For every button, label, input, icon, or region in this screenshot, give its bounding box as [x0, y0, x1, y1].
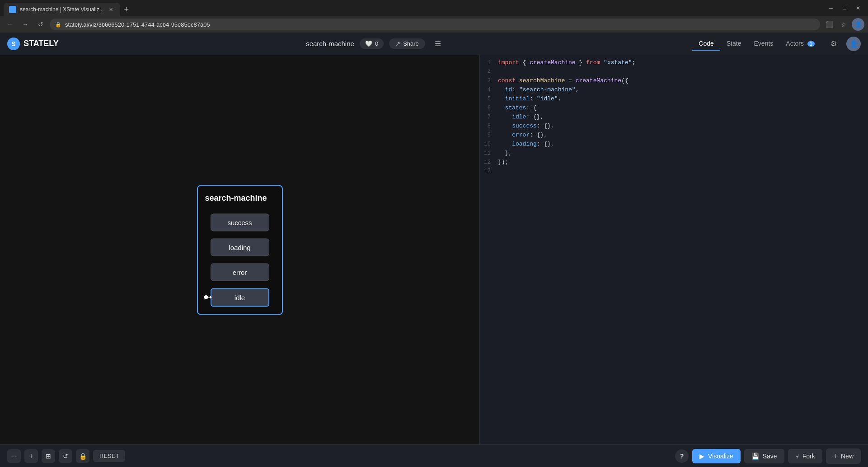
- svg-marker-2: [210, 296, 212, 299]
- code-line-2: 2: [480, 68, 868, 77]
- share-label: Share: [403, 40, 419, 47]
- code-editor[interactable]: 1 import { createMachine } from "xstate"…: [480, 55, 868, 444]
- code-line-11: 11 },: [480, 149, 868, 158]
- machine-name: search-machine: [306, 40, 354, 47]
- zoom-out-icon: −: [12, 452, 16, 460]
- save-button[interactable]: 💾 Save: [744, 449, 784, 463]
- tab-events[interactable]: Events: [747, 37, 779, 51]
- idle-row: idle: [211, 288, 269, 307]
- new-tab-button[interactable]: +: [120, 3, 133, 16]
- tab-actors[interactable]: Actors 1: [779, 37, 821, 51]
- initial-arrow-icon: [203, 292, 214, 303]
- maximize-button[interactable]: □: [838, 2, 851, 14]
- logo-text: STATELY: [23, 39, 59, 48]
- forward-button[interactable]: →: [19, 18, 32, 31]
- fork-label: Fork: [802, 453, 815, 460]
- reset-button[interactable]: RESET: [93, 450, 125, 462]
- state-loading[interactable]: loading: [211, 238, 269, 256]
- state-machine-title: search-machine: [205, 193, 275, 206]
- like-button[interactable]: 🤍 0: [360, 38, 384, 49]
- tab-favicon: [9, 6, 16, 13]
- diagram-container: search-machine success loading error: [197, 185, 283, 315]
- initial-indicator: [203, 292, 214, 303]
- tab-code[interactable]: Code: [692, 37, 720, 51]
- zoom-in-button[interactable]: +: [24, 449, 38, 463]
- tab-close-button[interactable]: ✕: [108, 6, 115, 13]
- new-label: New: [841, 453, 854, 460]
- code-line-3: 3 const searchMachine = createMachine({: [480, 77, 868, 86]
- lock-icon: 🔒: [79, 453, 87, 460]
- state-error[interactable]: error: [211, 263, 269, 281]
- states-list: success loading error: [205, 213, 275, 307]
- bookmark-button[interactable]: ☆: [837, 18, 850, 31]
- avatar[interactable]: 👤: [846, 37, 861, 51]
- profile-button[interactable]: 👤: [852, 18, 864, 31]
- ssl-lock-icon: 🔒: [55, 22, 61, 28]
- browser-tab[interactable]: search-machine | XState Visualiz... ✕: [4, 3, 120, 16]
- state-success[interactable]: success: [211, 213, 269, 231]
- fit-icon: ⊞: [46, 453, 51, 460]
- canvas-area: search-machine success loading error: [0, 55, 479, 444]
- zoom-in-icon: +: [29, 452, 33, 460]
- fit-button[interactable]: ⊞: [42, 449, 55, 463]
- code-line-7: 7 idle: {},: [480, 113, 868, 122]
- save-label: Save: [763, 453, 777, 460]
- settings-button[interactable]: ⚙: [826, 37, 841, 51]
- visualize-icon: ▶: [699, 453, 704, 460]
- code-line-5: 5 initial: "idle",: [480, 95, 868, 104]
- code-line-1: 1 import { createMachine } from "xstate"…: [480, 59, 868, 68]
- back-button[interactable]: ←: [4, 18, 16, 31]
- help-button[interactable]: ?: [675, 449, 689, 463]
- plus-icon: +: [833, 452, 837, 460]
- code-line-4: 4 id: "search-machine",: [480, 86, 868, 95]
- close-button[interactable]: ✕: [852, 2, 864, 14]
- bottom-toolbar: − + ⊞ ↺ 🔒 RESET ? ▶ Visualize 💾 Save: [0, 444, 868, 467]
- tab-state[interactable]: State: [720, 37, 748, 51]
- menu-button[interactable]: ☰: [431, 37, 445, 51]
- state-machine-box[interactable]: search-machine success loading error: [197, 185, 283, 315]
- zoom-out-button[interactable]: −: [7, 449, 21, 463]
- state-idle[interactable]: idle: [211, 288, 269, 307]
- code-panel: 1 import { createMachine } from "xstate"…: [479, 55, 868, 444]
- new-button[interactable]: + New: [826, 448, 861, 464]
- reload-button[interactable]: ↺: [34, 18, 47, 31]
- minimize-button[interactable]: ─: [825, 2, 837, 14]
- url-text: stately.ai/viz/3b666520-1751-4744-acb4-9…: [65, 21, 210, 28]
- share-button[interactable]: ↗ Share: [389, 38, 425, 49]
- fork-icon: ⑂: [795, 453, 799, 460]
- logo[interactable]: S STATELY: [7, 38, 59, 50]
- code-line-6: 6 states: {: [480, 104, 868, 113]
- refresh-button[interactable]: ↺: [59, 449, 72, 463]
- code-line-8: 8 success: {},: [480, 122, 868, 131]
- actors-badge: 1: [807, 41, 815, 47]
- share-icon: ↗: [395, 40, 400, 47]
- visualize-button[interactable]: ▶ Visualize: [692, 449, 741, 463]
- save-icon: 💾: [751, 453, 759, 460]
- tab-title: search-machine | XState Visualiz...: [20, 6, 104, 13]
- visualize-label: Visualize: [708, 453, 733, 460]
- fork-button[interactable]: ⑂ Fork: [788, 449, 822, 463]
- code-line-13: 13: [480, 167, 868, 176]
- code-line-12: 12 });: [480, 158, 868, 167]
- refresh-icon: ↺: [63, 453, 68, 460]
- address-bar[interactable]: 🔒 stately.ai/viz/3b666520-1751-4744-acb4…: [50, 19, 820, 30]
- like-count: 0: [375, 40, 378, 47]
- code-line-9: 9 error: {},: [480, 131, 868, 140]
- logo-icon: S: [7, 38, 20, 50]
- extensions-button[interactable]: ⬛: [823, 18, 835, 31]
- svg-point-0: [204, 296, 208, 299]
- heart-icon: 🤍: [365, 40, 372, 47]
- code-line-10: 10 loading: {},: [480, 140, 868, 149]
- lock-button[interactable]: 🔒: [76, 449, 89, 463]
